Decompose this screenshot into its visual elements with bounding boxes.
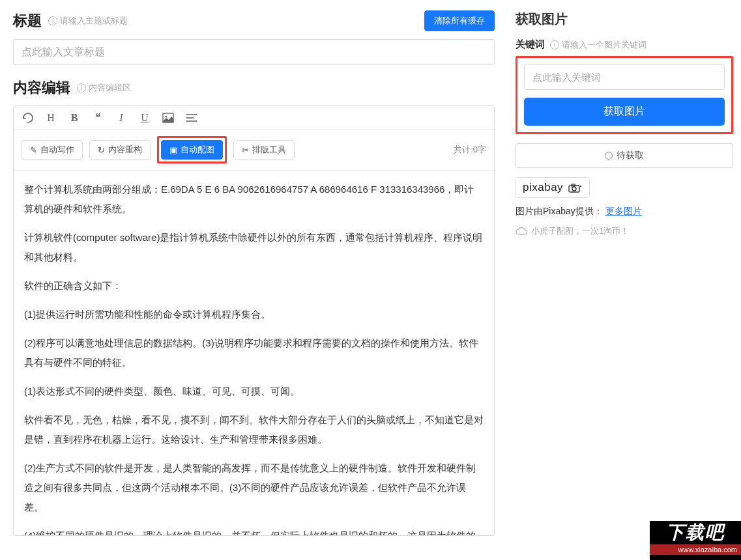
fetch-image-button[interactable]: 获取图片 — [524, 98, 725, 126]
content-paragraph: 计算机软件(computer software)是指计算机系统中除硬件以外的所有… — [24, 228, 484, 267]
svg-point-8 — [580, 185, 581, 186]
bold-icon[interactable]: B — [68, 112, 80, 124]
highlight-annotation: 获取图片 — [516, 56, 733, 134]
content-paragraph: (4)维护不同的硬件是旧的，理论上软件是旧的，并不坏，但实际上软件也是旧的和坏的… — [24, 526, 484, 535]
auto-image-label: 自动配图 — [181, 144, 214, 156]
footer-note-text: 小虎子配图，一次1淘币！ — [531, 225, 629, 237]
tools-icon: ✂ — [242, 145, 249, 155]
watermark-text: 下载吧 — [650, 521, 741, 544]
keyword-label-row: 关键词 i 请输入一个图片关键词 — [516, 38, 733, 51]
pending-label: 待获取 — [617, 150, 644, 161]
svg-point-1 — [166, 115, 167, 117]
italic-icon[interactable]: I — [115, 112, 127, 124]
pixabay-text: pixabay — [523, 181, 563, 193]
underline-icon[interactable]: U — [139, 112, 151, 124]
pixabay-badge: pixabay — [516, 177, 590, 198]
content-paragraph: (2)生产方式不同的软件是开发，是人类智能的高发挥，而不是传统意义上的硬件制造。… — [24, 458, 484, 517]
auto-image-button[interactable]: ▣ 自动配图 — [161, 140, 223, 160]
restructure-button[interactable]: ↻ 内容重构 — [89, 140, 151, 160]
get-image-title: 获取图片 — [516, 10, 733, 28]
circle-icon — [605, 152, 613, 160]
picture-icon: ▣ — [169, 145, 177, 155]
heading-icon[interactable]: H — [45, 112, 57, 124]
keyword-input[interactable] — [524, 64, 725, 90]
title-hint: 请输入主题或标题 — [60, 15, 128, 27]
keyword-hint: 请输入一个图片关键词 — [562, 39, 647, 51]
svg-point-6 — [572, 187, 576, 191]
editor-section-header: 内容编辑 i 内容编辑区 — [13, 78, 495, 98]
editor-container: H B ❝ I U ✎ 自动写作 ↻ 内容重构 — [13, 105, 495, 536]
credit-prefix: 图片由Pixabay提供： — [516, 206, 603, 216]
title-label: 标题 — [13, 11, 42, 31]
editor-content[interactable]: 整个计算机系统由两部分组成：E.69DA 5 E 6 BA 9062616964… — [14, 171, 494, 535]
content-paragraph: (2)程序可以满意地处理信息的数据结构。(3)说明程序功能要求和程序需要的文档的… — [24, 333, 484, 372]
info-icon: i — [77, 83, 86, 92]
quote-icon[interactable]: ❝ — [92, 111, 104, 124]
info-icon: i — [550, 40, 559, 49]
format-toolbar: H B ❝ I U — [14, 106, 494, 130]
align-icon[interactable] — [186, 113, 197, 122]
image-credit: 图片由Pixabay提供： 更多图片 — [516, 206, 733, 217]
auto-write-button[interactable]: ✎ 自动写作 — [22, 140, 83, 160]
title-section-header: 标题 i 请输入主题或标题 清除所有缓存 — [13, 10, 495, 31]
layout-tool-label: 排版工具 — [252, 144, 286, 156]
cloud-icon — [516, 227, 527, 235]
pencil-icon: ✎ — [30, 145, 37, 155]
content-paragraph: (1)提供运行时所需功能和性能的命令或计算机程序集合。 — [24, 305, 484, 324]
word-count: 共计:0字 — [454, 144, 486, 156]
content-paragraph: 整个计算机系统由两部分组成：E.69DA 5 E 6 BA 9062616964… — [24, 180, 484, 219]
image-icon[interactable] — [162, 113, 174, 123]
footer-note: 小虎子配图，一次1淘币！ — [516, 225, 733, 237]
editor-label: 内容编辑 — [13, 78, 70, 98]
undo-icon[interactable] — [22, 113, 33, 123]
keyword-label: 关键词 — [516, 38, 545, 51]
pending-button[interactable]: 待获取 — [516, 143, 733, 168]
article-title-input[interactable] — [13, 39, 495, 65]
refresh-icon: ↻ — [98, 145, 105, 155]
highlight-annotation: ▣ 自动配图 — [157, 136, 227, 163]
content-paragraph: 软件看不见，无色，枯燥，看不见，摸不到，闻不到。软件大部分存在于人们的头脑或纸上… — [24, 410, 484, 449]
watermark-url: www.xiazaiba.com — [650, 544, 741, 555]
watermark: 下载吧 www.xiazaiba.com — [650, 521, 741, 560]
action-toolbar: ✎ 自动写作 ↻ 内容重构 ▣ 自动配图 ✂ 排版工具 共计:0字 — [14, 130, 494, 171]
camera-icon — [568, 181, 583, 193]
layout-tool-button[interactable]: ✂ 排版工具 — [233, 140, 295, 160]
restructure-label: 内容重构 — [108, 144, 142, 156]
content-paragraph: 软件的正确含义如下： — [24, 276, 484, 296]
content-paragraph: (1)表达形式不同的硬件类型、颜色、味道、可见、可摸、可闻。 — [24, 382, 484, 401]
more-images-link[interactable]: 更多图片 — [605, 206, 642, 216]
auto-write-label: 自动写作 — [40, 144, 74, 156]
info-icon: i — [48, 16, 57, 25]
editor-hint: 内容编辑区 — [89, 82, 131, 94]
clear-cache-button[interactable]: 清除所有缓存 — [424, 10, 495, 31]
